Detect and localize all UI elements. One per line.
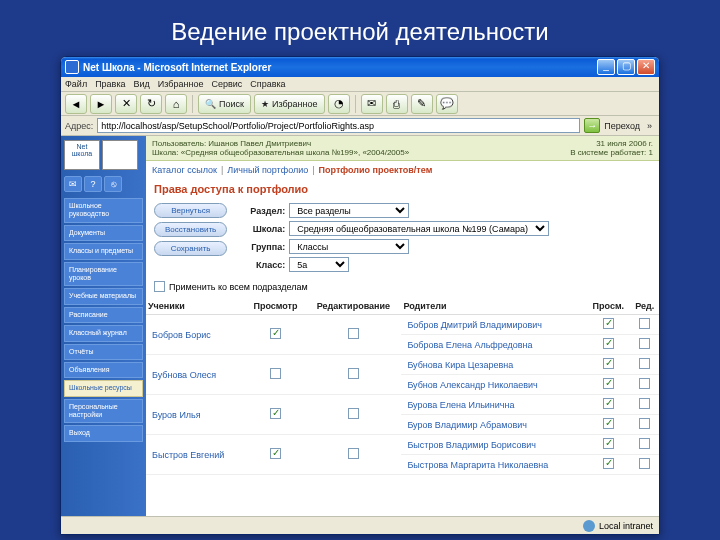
- parent-name[interactable]: Буров Владимир Абрамович: [401, 415, 586, 435]
- menu-favorites[interactable]: Избранное: [158, 79, 204, 89]
- edit-checkbox[interactable]: [348, 328, 359, 339]
- pview-checkbox[interactable]: [603, 358, 614, 369]
- back-button[interactable]: ◄: [65, 94, 87, 114]
- sidebar-item-classes[interactable]: Классы и предметы: [64, 243, 143, 259]
- col-parents: Родители: [401, 298, 586, 315]
- menu-tools[interactable]: Сервис: [211, 79, 242, 89]
- student-name[interactable]: Бубнова Олеся: [146, 355, 246, 395]
- group-label: Группа:: [237, 242, 285, 252]
- pedit-checkbox[interactable]: [639, 418, 650, 429]
- status-bar: Local intranet: [61, 516, 659, 534]
- pview-checkbox[interactable]: [603, 378, 614, 389]
- app-logo: Net школа: [64, 140, 100, 170]
- print-button[interactable]: ⎙: [386, 94, 408, 114]
- close-button[interactable]: ✕: [637, 59, 655, 75]
- pview-checkbox[interactable]: [603, 438, 614, 449]
- table-row: Буров Илья Бурова Елена Ильинична: [146, 395, 659, 415]
- pedit-checkbox[interactable]: [639, 338, 650, 349]
- restore-button[interactable]: Восстановить: [154, 222, 227, 237]
- history-button[interactable]: ◔: [328, 94, 350, 114]
- home-button[interactable]: ⌂: [165, 94, 187, 114]
- maximize-button[interactable]: ▢: [617, 59, 635, 75]
- pview-checkbox[interactable]: [603, 318, 614, 329]
- search-button[interactable]: 🔍Поиск: [198, 94, 251, 114]
- sidebar-item-reports[interactable]: Отчёты: [64, 344, 143, 360]
- parent-name[interactable]: Бубнов Александр Николаевич: [401, 375, 586, 395]
- school-logo: [102, 140, 138, 170]
- pedit-checkbox[interactable]: [639, 458, 650, 469]
- edit-checkbox[interactable]: [348, 368, 359, 379]
- sidebar-item-docs[interactable]: Документы: [64, 225, 143, 241]
- school-select[interactable]: Средняя общеобразовательная школа №199 (…: [289, 221, 549, 236]
- crumb-catalog[interactable]: Каталог ссылок: [152, 165, 217, 175]
- view-checkbox[interactable]: [270, 368, 281, 379]
- edit-checkbox[interactable]: [348, 408, 359, 419]
- student-name[interactable]: Буров Илья: [146, 395, 246, 435]
- sidebar-item-schedule[interactable]: Расписание: [64, 307, 143, 323]
- window-titlebar: Net Школа - Microsoft Internet Explorer …: [61, 57, 659, 77]
- menu-edit[interactable]: Правка: [95, 79, 125, 89]
- go-label: Переход: [604, 121, 640, 131]
- links-toggle[interactable]: »: [644, 121, 655, 131]
- back-app-button[interactable]: Вернуться: [154, 203, 227, 218]
- pview-checkbox[interactable]: [603, 398, 614, 409]
- forward-button[interactable]: ►: [90, 94, 112, 114]
- pview-checkbox[interactable]: [603, 418, 614, 429]
- save-button[interactable]: Сохранить: [154, 241, 227, 256]
- parent-name[interactable]: Бурова Елена Ильинична: [401, 395, 586, 415]
- group-select[interactable]: Классы: [289, 239, 409, 254]
- view-checkbox[interactable]: [270, 408, 281, 419]
- star-icon: ★: [261, 99, 269, 109]
- menu-file[interactable]: Файл: [65, 79, 87, 89]
- sidebar-item-materials[interactable]: Учебные материалы: [64, 288, 143, 304]
- favorites-button[interactable]: ★Избранное: [254, 94, 325, 114]
- search-icon: 🔍: [205, 99, 216, 109]
- mail-icon[interactable]: ✉: [64, 176, 82, 192]
- edit-button[interactable]: ✎: [411, 94, 433, 114]
- pview-checkbox[interactable]: [603, 458, 614, 469]
- class-label: Класс:: [237, 260, 285, 270]
- sidebar-item-journal[interactable]: Классный журнал: [64, 325, 143, 341]
- exit-icon[interactable]: ⎋: [104, 176, 122, 192]
- help-icon[interactable]: ?: [84, 176, 102, 192]
- section-select[interactable]: Все разделы: [289, 203, 409, 218]
- sidebar-item-logout[interactable]: Выход: [64, 425, 143, 441]
- edit-checkbox[interactable]: [348, 448, 359, 459]
- address-input[interactable]: [97, 118, 580, 133]
- pedit-checkbox[interactable]: [639, 318, 650, 329]
- view-checkbox[interactable]: [270, 448, 281, 459]
- parent-name[interactable]: Быстров Владимир Борисович: [401, 435, 586, 455]
- student-name[interactable]: Бобров Борис: [146, 315, 246, 355]
- menu-view[interactable]: Вид: [134, 79, 150, 89]
- pedit-checkbox[interactable]: [639, 378, 650, 389]
- crumb-personal[interactable]: Личный портфолио: [227, 165, 308, 175]
- mail-button[interactable]: ✉: [361, 94, 383, 114]
- student-name[interactable]: Быстров Евгений: [146, 435, 246, 475]
- menu-help[interactable]: Справка: [250, 79, 285, 89]
- col-pedit: Ред.: [630, 298, 659, 315]
- parent-name[interactable]: Боброва Елена Альфредовна: [401, 335, 586, 355]
- minimize-button[interactable]: _: [597, 59, 615, 75]
- sidebar-item-announce[interactable]: Объявления: [64, 362, 143, 378]
- sidebar-item-resources[interactable]: Школьные ресурсы: [64, 380, 143, 396]
- pview-checkbox[interactable]: [603, 338, 614, 349]
- pedit-checkbox[interactable]: [639, 438, 650, 449]
- sidebar-item-settings[interactable]: Персональные настройки: [64, 399, 143, 424]
- class-select[interactable]: 5а: [289, 257, 349, 272]
- go-button[interactable]: →: [584, 118, 600, 133]
- parent-name[interactable]: Быстрова Маргарита Николаевна: [401, 455, 586, 475]
- refresh-button[interactable]: ↻: [140, 94, 162, 114]
- messenger-button[interactable]: 💬: [436, 94, 458, 114]
- sidebar-item-planning[interactable]: Планирование уроков: [64, 262, 143, 287]
- stop-button[interactable]: ✕: [115, 94, 137, 114]
- pedit-checkbox[interactable]: [639, 398, 650, 409]
- parent-name[interactable]: Бобров Дмитрий Владимирович: [401, 315, 586, 335]
- page-heading: Права доступа к портфолио: [146, 179, 659, 199]
- pedit-checkbox[interactable]: [639, 358, 650, 369]
- parent-name[interactable]: Бубнова Кира Цезаревна: [401, 355, 586, 375]
- view-checkbox[interactable]: [270, 328, 281, 339]
- address-bar: Адрес: → Переход »: [61, 116, 659, 136]
- sidebar-item-admin[interactable]: Школьное руководство: [64, 198, 143, 223]
- apply-all-checkbox[interactable]: [154, 281, 165, 292]
- address-label: Адрес:: [65, 121, 93, 131]
